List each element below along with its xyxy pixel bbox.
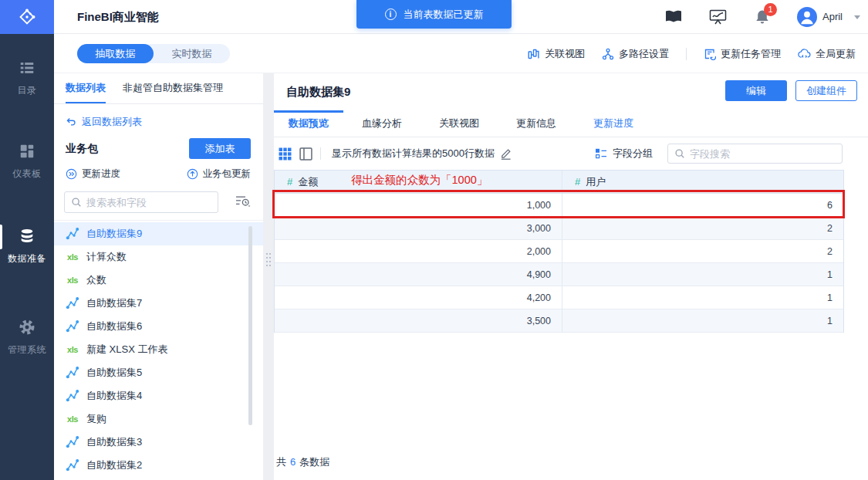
task-doc-refresh-icon — [704, 48, 716, 60]
notification-banner[interactable]: i 当前表数据已更新 — [356, 0, 512, 29]
list-item-dataset[interactable]: 自助数据集5 — [54, 361, 263, 384]
finebi-logo[interactable] — [0, 0, 54, 34]
finebi-logo-icon — [18, 8, 36, 26]
toggle-realtime-data[interactable]: 实时数据 — [154, 44, 230, 63]
update-progress-link[interactable]: 更新进度 — [66, 167, 120, 181]
table-row[interactable]: 4,200 1 — [275, 286, 843, 309]
panel-view-icon[interactable] — [299, 147, 312, 161]
tab-lineage-analysis[interactable]: 血缘分析 — [343, 110, 420, 137]
list-item-dataset[interactable]: 自助数据集2 — [54, 454, 263, 477]
tab-data-list[interactable]: 数据列表 — [66, 73, 106, 103]
table-row[interactable]: 3,500 1 — [275, 309, 843, 333]
cloud-refresh-icon — [798, 48, 811, 59]
divider — [54, 220, 263, 221]
cell-amount: 3,000 — [275, 217, 562, 239]
list-item-dataset[interactable]: xls 众数 — [54, 269, 263, 292]
chevron-down-icon[interactable] — [854, 15, 860, 19]
table-row[interactable]: 2,000 2 — [275, 240, 843, 263]
avatar[interactable] — [797, 7, 817, 27]
relation-view-icon — [528, 48, 540, 60]
edit-button[interactable]: 编辑 — [725, 80, 787, 101]
dataset-node-icon — [66, 227, 79, 241]
sidebar-item-label: 仪表板 — [0, 167, 54, 181]
scrollbar-thumb[interactable] — [248, 226, 252, 425]
dataset-name: 自助数据集7 — [86, 296, 142, 310]
multipath-settings-link[interactable]: 多路径设置 — [602, 47, 669, 61]
toggle-extract-data[interactable]: 抽取数据 — [77, 44, 154, 63]
cell-amount: 1,000 — [275, 194, 562, 216]
cell-user: 2 — [562, 240, 843, 262]
data-table: # 金额 # 用户 1,000 6 3,000 2 2,000 2 4,900 — [274, 170, 844, 333]
global-update-link[interactable]: 全局更新 — [798, 47, 856, 61]
sidebar-item-label: 数据准备 — [0, 252, 54, 265]
list-item-dataset[interactable]: 自助数据集6 — [54, 315, 263, 338]
list-item-dataset[interactable]: 自助数据集9 — [54, 222, 263, 245]
update-task-link[interactable]: 更新任务管理 — [704, 47, 781, 61]
table-row[interactable]: 1,000 6 — [275, 194, 843, 217]
dataset-node-icon — [66, 366, 79, 380]
panel-resize-gutter[interactable] — [263, 73, 274, 480]
dataset-name: 自助数据集2 — [86, 458, 142, 472]
cell-amount: 4,900 — [275, 263, 562, 286]
main-panel: 自助数据集9 编辑 创建组件 数据预览 血缘分析 关联视图 更新信息 更新进度 … — [274, 73, 868, 480]
sidebar-tabs: 数据列表 非超管自助数据集管理 — [54, 73, 263, 104]
search-input[interactable] — [86, 197, 202, 208]
edit-pencil-icon[interactable] — [500, 147, 512, 160]
package-update-link[interactable]: 业务包更新 — [187, 167, 252, 181]
field-group-label: 字段分组 — [613, 147, 653, 161]
sidebar-item-dashboard[interactable]: 仪表板 — [0, 142, 54, 181]
dataset-name: 计算众数 — [86, 250, 127, 264]
dataset-name: 新建 XLSX 工作表 — [86, 343, 167, 357]
help-book-icon[interactable] — [665, 9, 682, 24]
sidebar-item-catalog[interactable]: 目录 — [0, 59, 54, 97]
data-mode-toggle[interactable]: 抽取数据 实时数据 — [77, 44, 230, 63]
tab-update-progress[interactable]: 更新进度 — [575, 110, 652, 137]
user-icon — [797, 7, 817, 27]
list-item-dataset[interactable]: 自助数据集7 — [54, 292, 263, 315]
sidebar-item-admin[interactable]: 管理系统 — [0, 318, 54, 357]
xls-icon: xls — [66, 345, 79, 354]
multipath-label: 多路径设置 — [619, 47, 669, 61]
add-table-button[interactable]: 添加表 — [189, 138, 251, 159]
tab-non-admin-datasets[interactable]: 非超管自助数据集管理 — [123, 73, 223, 103]
update-progress-label: 更新进度 — [82, 167, 120, 181]
field-group-button[interactable]: 字段分组 — [595, 137, 653, 170]
back-to-data-list-link[interactable]: 返回数据列表 — [66, 115, 142, 129]
presentation-icon[interactable] — [709, 8, 727, 25]
dataset-node-icon — [66, 435, 79, 449]
sidebar-item-label: 目录 — [0, 84, 54, 97]
drag-handle-icon[interactable] — [266, 253, 271, 265]
relation-view-label: 关联视图 — [545, 47, 585, 61]
tab-update-info[interactable]: 更新信息 — [498, 110, 575, 137]
tab-relation-view[interactable]: 关联视图 — [420, 110, 498, 137]
tab-data-preview[interactable]: 数据预览 — [274, 110, 343, 137]
user-name[interactable]: April — [822, 0, 843, 34]
list-item-dataset[interactable]: xls 计算众数 — [54, 245, 263, 269]
table-row[interactable]: 3,000 2 — [275, 217, 843, 240]
table-row[interactable]: 4,900 1 — [275, 263, 843, 286]
cell-user: 1 — [562, 309, 843, 332]
list-item-dataset[interactable]: xls 复购 — [54, 407, 263, 431]
list-item-dataset[interactable]: 自助数据集3 — [54, 431, 263, 454]
create-component-button[interactable]: 创建组件 — [795, 80, 857, 101]
sidebar-search[interactable] — [64, 191, 218, 213]
search-history-filter-icon[interactable] — [235, 195, 251, 208]
list-item-dataset[interactable]: 自助数据集4 — [54, 384, 263, 407]
list-item-dataset[interactable]: xls 新建 XLSX 工作表 — [54, 338, 263, 361]
dataset-name: 自助数据集4 — [86, 389, 142, 403]
dataset-name: 自助数据集9 — [86, 227, 142, 241]
footer-prefix: 共 — [276, 456, 286, 468]
footer-suffix: 条数据 — [299, 456, 329, 468]
sidebar-item-data-prep[interactable]: 数据准备 — [0, 227, 54, 265]
row-count-footer: 共6条数据 — [276, 455, 329, 469]
field-search[interactable] — [667, 144, 843, 164]
cell-user: 1 — [562, 263, 843, 286]
field-search-input[interactable] — [690, 148, 821, 160]
detail-tabs: 数据预览 血缘分析 关联视图 更新信息 更新进度 — [274, 110, 868, 137]
dataset-node-icon — [66, 319, 79, 333]
catalog-list-icon — [0, 59, 54, 77]
column-header-user[interactable]: # 用户 — [562, 171, 843, 193]
relation-view-link[interactable]: 关联视图 — [528, 47, 585, 61]
grid-view-icon[interactable] — [279, 147, 292, 161]
view-toolbar: 显示所有数据计算结果的5000行数据 — [274, 137, 512, 170]
